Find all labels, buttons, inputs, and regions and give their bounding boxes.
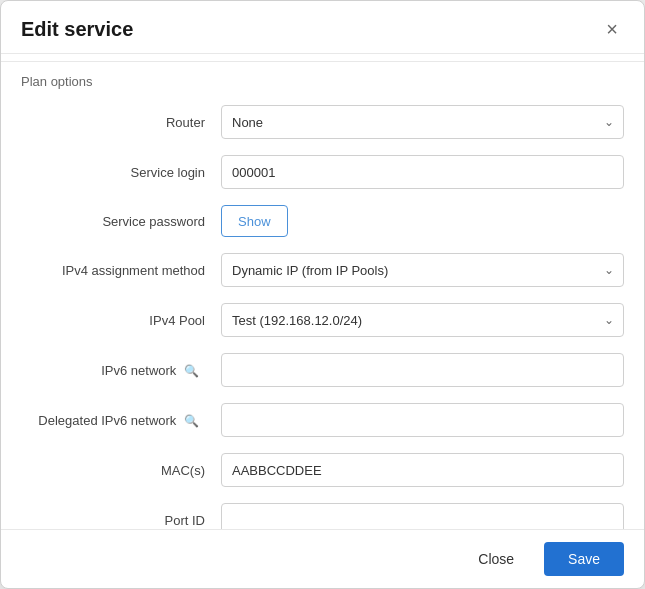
ipv4-pool-select[interactable]: Test (192.168.12.0/24) [221,303,624,337]
delegated-ipv6-search-icon: 🔍 [184,414,199,428]
port-id-label: Port ID [21,513,221,528]
service-password-control: Show [221,205,624,237]
delegated-ipv6-label: Delegated IPv6 network 🔍 [21,413,221,428]
service-login-label: Service login [21,165,221,180]
ipv4-assignment-select[interactable]: Dynamic IP (from IP Pools) Static IP PPP… [221,253,624,287]
port-id-control [221,503,624,529]
port-id-row: Port ID [1,495,644,529]
delegated-ipv6-control [221,403,624,437]
ipv4-pool-select-wrapper: Test (192.168.12.0/24) ⌄ [221,303,624,337]
service-login-row: Service login [1,147,644,197]
ipv6-network-search-icon: 🔍 [184,364,199,378]
service-login-input[interactable] [221,155,624,189]
delegated-ipv6-input[interactable] [221,403,624,437]
macs-row: MAC(s) [1,445,644,495]
router-label: Router [21,115,221,130]
ipv4-assignment-control: Dynamic IP (from IP Pools) Static IP PPP… [221,253,624,287]
ipv6-network-label: IPv6 network 🔍 [21,363,221,378]
ipv6-network-input[interactable] [221,353,624,387]
dialog-footer: Close Save [1,529,644,588]
edit-service-dialog: Edit service × Plan options Router None … [0,0,645,589]
delegated-ipv6-row: Delegated IPv6 network 🔍 [1,395,644,445]
dialog-title: Edit service [21,18,133,41]
router-row: Router None ⌄ [1,97,644,147]
close-button[interactable]: Close [458,542,534,576]
plan-options-label: Plan options [1,62,644,97]
dialog-header: Edit service × [1,1,644,54]
port-id-input[interactable] [221,503,624,529]
close-x-button[interactable]: × [600,17,624,41]
macs-control [221,453,624,487]
service-password-row: Service password Show [1,197,644,245]
ipv4-assignment-row: IPv4 assignment method Dynamic IP (from … [1,245,644,295]
router-select[interactable]: None [221,105,624,139]
service-password-label: Service password [21,214,221,229]
router-select-wrapper: None ⌄ [221,105,624,139]
ipv4-pool-label: IPv4 Pool [21,313,221,328]
dialog-body: Plan options Router None ⌄ Service login [1,54,644,529]
ipv4-pool-control: Test (192.168.12.0/24) ⌄ [221,303,624,337]
ipv4-pool-row: IPv4 Pool Test (192.168.12.0/24) ⌄ [1,295,644,345]
macs-label: MAC(s) [21,463,221,478]
scroll-top-bar [1,54,644,62]
save-button[interactable]: Save [544,542,624,576]
ipv4-assignment-label: IPv4 assignment method [21,263,221,278]
ipv6-network-row: IPv6 network 🔍 [1,345,644,395]
ipv6-network-control [221,353,624,387]
service-login-control [221,155,624,189]
macs-input[interactable] [221,453,624,487]
router-control: None ⌄ [221,105,624,139]
ipv4-assignment-select-wrapper: Dynamic IP (from IP Pools) Static IP PPP… [221,253,624,287]
show-password-button[interactable]: Show [221,205,288,237]
